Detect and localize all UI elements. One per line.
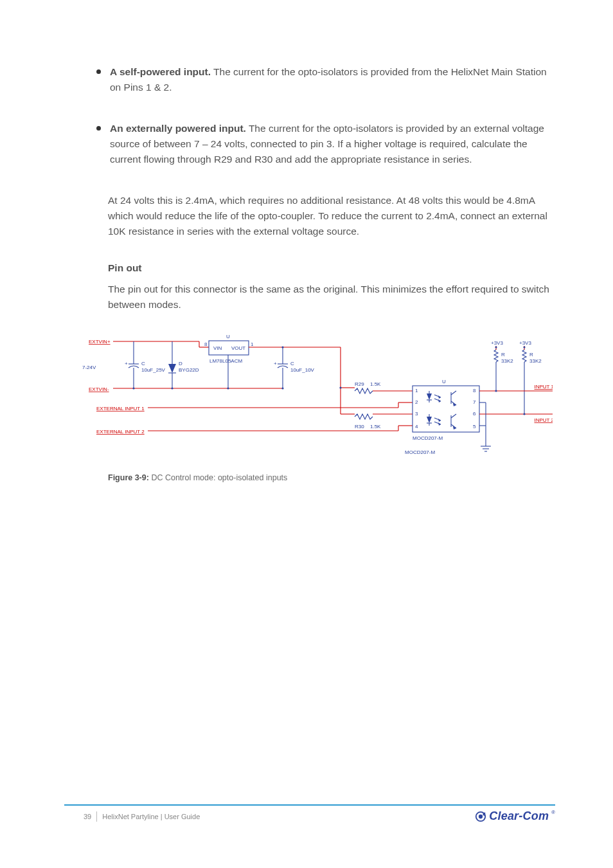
r30-val: 1.5K <box>370 424 381 429</box>
svg-point-23 <box>281 347 283 348</box>
schematic-svg: EXTVIN+ EXTVIN- EXTERNAL INPUT 1 EXTERNA… <box>77 332 553 467</box>
svg-point-77 <box>479 814 483 818</box>
bullet-bold: An externally powered input. <box>110 123 246 134</box>
rail-3v3-a: +3V3 <box>491 340 503 346</box>
net-extvinminus: EXTVIN- <box>89 386 109 392</box>
opto-pin7: 7 <box>473 399 476 405</box>
opto-pin2: 2 <box>415 399 418 405</box>
svg-point-30 <box>339 387 341 389</box>
ic-reg-pin1: 1 <box>251 341 254 347</box>
net-input1: INPUT 1 <box>534 384 553 390</box>
r30-ref: R30 <box>355 424 364 429</box>
pullup1-label: R <box>501 352 505 357</box>
ic-reg-name: U <box>226 334 230 339</box>
r29-val: 1.5K <box>370 381 381 387</box>
bullet-icon <box>96 126 101 131</box>
footer-left: 39 HelixNet Partyline | User Guide <box>84 811 200 822</box>
bullet-list: A self-powered input. The current for th… <box>96 64 555 167</box>
svg-marker-11 <box>168 364 176 373</box>
footer-rule <box>64 804 555 806</box>
brand-logo: Clear-Com ® <box>475 809 555 823</box>
bullet-icon <box>96 69 101 74</box>
diode-label: D <box>179 361 182 366</box>
ic-reg-pin8: 8 <box>204 341 208 347</box>
opto-ch1 <box>427 391 456 406</box>
doc-reference: HelixNet Partyline | User Guide <box>102 813 200 820</box>
opto-pin5: 5 <box>473 424 476 429</box>
body-paragraph: At 24 volts this is 2.4mA, which require… <box>108 193 555 239</box>
opto-pin1: 1 <box>415 388 418 393</box>
r29-ref: R29 <box>355 381 364 387</box>
svg-marker-49 <box>427 417 432 423</box>
bullet-text: An externally powered input. The current… <box>110 121 555 167</box>
pullup1-value: 33K2 <box>501 358 513 364</box>
schematic-figure: EXTVIN+ EXTVIN- EXTERNAL INPUT 1 EXTERNA… <box>77 332 553 467</box>
footer-divider <box>96 811 97 822</box>
brand-registered: ® <box>551 809 555 815</box>
svg-point-15 <box>132 388 134 390</box>
section-heading-pinout: Pin out <box>108 262 555 274</box>
svg-point-62 <box>495 347 497 348</box>
page-number: 39 <box>84 813 91 820</box>
bullet-bold: A self-powered input. <box>110 66 211 77</box>
cap2-label: C <box>290 361 294 366</box>
bullet-item: A self-powered input. The current for th… <box>96 64 555 95</box>
brand-glyph-icon <box>475 811 486 822</box>
opto-part-label: MOCD207-M <box>413 435 443 441</box>
opto-ch2 <box>427 414 456 429</box>
net-extin1: EXTERNAL INPUT 1 <box>96 406 145 411</box>
ic-reg-vout: VOUT <box>231 345 245 351</box>
opto-pin4: 4 <box>415 424 418 429</box>
opto-pin6: 6 <box>473 411 476 417</box>
brand-text: Clear-Com <box>489 809 549 823</box>
cap2-value: 10uF_10V <box>290 367 315 373</box>
diode-value: BYG22D <box>179 367 199 373</box>
svg-line-57 <box>451 414 456 418</box>
net-extvinplus: EXTVIN+ <box>89 339 111 345</box>
bullet-item: An externally powered input. The current… <box>96 121 555 167</box>
ic-reg-part: LM78L05ACM <box>209 358 242 364</box>
opto-part: MOCD207-M <box>405 449 435 455</box>
cap1-label: C <box>141 361 145 366</box>
opto-pin3: 3 <box>415 411 418 417</box>
cap1-value: 10uF_25V <box>141 367 166 373</box>
cap1-pol: + <box>125 361 128 366</box>
net-input2: INPUT 2 <box>534 417 553 423</box>
figure-caption: Figure 3-9: DC Control mode: opto-isolat… <box>108 473 555 482</box>
svg-marker-37 <box>427 393 432 400</box>
pullup2-label: R <box>529 352 533 357</box>
svg-point-69 <box>523 413 525 415</box>
figcaption-bold: Figure 3-9: <box>108 473 149 482</box>
svg-rect-35 <box>413 386 479 432</box>
figcaption-rest: DC Control mode: opto-isolated inputs <box>151 473 287 482</box>
rail-3v3-b: +3V3 <box>519 340 531 346</box>
svg-point-16 <box>171 388 173 390</box>
page-footer: 39 HelixNet Partyline | User Guide Clear… <box>0 804 613 823</box>
document-page: A self-powered input. The current for th… <box>0 0 613 868</box>
svg-point-22 <box>281 388 283 390</box>
opto-name: U <box>442 379 446 384</box>
cap2-pol: + <box>274 361 277 366</box>
pullup2-value: 33K2 <box>529 358 542 364</box>
svg-point-65 <box>523 347 525 348</box>
bullet-text: A self-powered input. The current for th… <box>110 64 555 95</box>
opto-pin8: 8 <box>473 388 476 393</box>
svg-line-45 <box>451 391 456 395</box>
net-extin2: EXTERNAL INPUT 2 <box>96 429 145 435</box>
svg-point-67 <box>495 390 497 392</box>
pinout-paragraph: The pin out for this connector is the sa… <box>108 282 555 312</box>
voltage-note: 7-24V <box>82 365 96 370</box>
ic-reg-vin: VIN <box>213 345 222 351</box>
